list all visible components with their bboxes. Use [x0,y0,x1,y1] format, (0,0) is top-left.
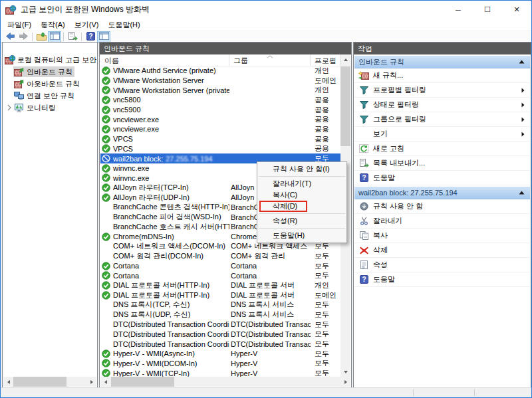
action-pane-toggle-button[interactable] [97,31,110,43]
menubar-item[interactable]: 파일(F) [3,20,36,30]
action-item[interactable]: 삭제 [354,243,530,258]
up-level-button[interactable] [35,31,48,43]
menubar-item[interactable]: 보기(V) [70,20,104,30]
action-item[interactable]: 잘라내기 [354,214,530,229]
rule-row[interactable]: Hyper-V - WMI(TCP-In)Hyper-V모두 [100,368,340,377]
check-icon [102,183,110,192]
scroll-down-icon[interactable] [340,367,350,377]
rule-row[interactable]: vnc5800공용 [100,95,340,105]
context-menu-item[interactable]: 도움말(H) [257,230,346,241]
tree-item[interactable]: 모니터링 [3,102,97,114]
column-header[interactable]: 그룹 [229,54,311,66]
rule-row[interactable]: DTC(Distributed Transaction Coordinato..… [100,339,340,349]
help-button[interactable]: ? [84,31,97,43]
tree-item[interactable]: 연결 보안 규칙 [3,90,97,102]
console-tree-toggle-button[interactable] [48,31,61,43]
rule-row[interactable]: DIAL 프로토콜 서버(HTTP-In)DIAL 프로토콜 서버도메인 [100,290,340,300]
rule-row[interactable]: Hyper-V - WMI(Async-In)Hyper-V모두 [100,349,340,359]
maximize-icon: ☐ [484,5,491,14]
action-item[interactable]: 보기 [354,127,530,142]
collapse-icon[interactable] [519,191,525,195]
action-section-header[interactable]: wail2ban block: 27.255.75.194 [354,187,530,199]
rule-row[interactable]: DNS 프록시(TCP, 수신)DNS 프록시 서비스모두 [100,300,340,310]
arrow-right-icon [19,32,29,43]
action-item[interactable]: 목록 내보내기... [354,156,530,171]
action-item[interactable]: 속성 [354,258,530,272]
rule-row[interactable]: COM+ 원격 관리(DCOM-In)COM+ 원격 관리모두 [100,251,340,261]
minimize-icon: ─ [456,6,461,14]
check-icon [102,291,110,300]
context-menu-item[interactable]: 규칙 사용 안 함(I) [257,163,346,175]
scroll-right-icon[interactable] [340,377,350,387]
no-icon [102,203,110,211]
action-item[interactable]: 그룹으로 필터링 [354,112,530,127]
action-section-header[interactable]: 인바운드 규칙 [354,56,530,68]
action-item[interactable]: 상태로 필터링 [354,98,530,112]
rule-name: Cortana [113,262,139,270]
no-icon [102,330,110,338]
action-item[interactable]: ?도움말 [354,272,530,287]
action-section-title: 인바운드 규칙 [358,57,404,67]
tree-item[interactable]: 인바운드 규칙 [3,66,97,78]
rule-row[interactable]: CortanaCortana모두 [100,261,340,271]
filter-icon [358,101,369,109]
rule-row[interactable]: CortanaCortana모두 [100,270,340,280]
submenu-arrow-icon [521,102,525,108]
column-header[interactable]: 프로필 [311,54,340,66]
check-icon [102,125,110,134]
scroll-left-icon[interactable] [3,377,13,387]
close-button[interactable]: ✕ [502,1,531,19]
rule-row[interactable]: Hyper-V - WMI(DCOM-In)Hyper-V모두 [100,359,340,369]
rule-row[interactable]: VPCS공용 [100,134,340,144]
rules-horizontal-scrollbar[interactable] [100,377,350,387]
rule-row[interactable]: VMware Workstation Server도메인 [100,76,340,86]
tree-horizontal-scrollbar[interactable] [3,377,96,387]
context-menu-item[interactable]: 속성(R) [257,215,346,227]
rule-row[interactable]: vncviewer.exe공용 [100,114,340,124]
action-item[interactable]: 새 규칙... [354,68,530,83]
action-item[interactable]: 프로필별 필터링 [354,83,530,98]
context-menu-label: 잘라내기(T) [273,179,311,187]
action-item[interactable]: 규칙 사용 안 함 [354,199,530,214]
context-menu-item[interactable]: 잘라내기(T) [257,178,346,189]
rule-name: VPCS [113,145,133,153]
menubar-item[interactable]: 도움말(H) [103,20,144,30]
scrollbar-thumb[interactable] [111,377,174,387]
tree-item[interactable]: 아웃바운드 규칙 [3,78,97,90]
rule-row[interactable]: DIAL 프로토콜 서버(HTTP-In)DIAL 프로토콜 서버개인 [100,280,340,290]
rule-row[interactable]: DTC(Distributed Transaction Coordinato..… [100,320,340,330]
minimize-button[interactable]: ─ [444,1,473,19]
scroll-left-icon[interactable] [100,377,110,387]
rule-row[interactable]: VMware Workstation Server (private)개인 [100,85,340,95]
forward-button[interactable] [17,31,30,43]
tree-root-item[interactable]: 로컬 컴퓨터의 고급 보안이 포 [3,54,97,66]
rule-row[interactable]: DNS 프록시(UDP, 수신)DNS 프록시 서비스모두 [100,310,340,320]
export-list-button[interactable] [66,31,79,43]
rule-row[interactable]: vnc5900공용 [100,105,340,115]
scroll-right-icon[interactable] [86,377,96,387]
column-header[interactable]: 이름 [100,54,229,66]
action-item-label: 보기 [373,129,388,139]
chevron-right-icon[interactable] [5,104,13,111]
scroll-up-icon[interactable] [340,54,350,64]
rule-row[interactable]: VPCS공용 [100,144,340,154]
back-button[interactable] [3,31,17,43]
rule-row[interactable]: DTC(Distributed Transaction Coordinato..… [100,330,340,340]
action-item[interactable]: ?도움말 [354,171,530,185]
check-icon [102,106,110,114]
scrollbar-thumb[interactable] [13,377,66,387]
context-menu-item[interactable]: 삭제(D) [257,201,346,212]
action-item[interactable]: 새로 고침 [354,142,530,156]
context-menu-item[interactable]: 복사(C) [257,189,346,201]
scrollbar-thumb[interactable] [340,66,350,146]
rule-row[interactable]: vncviewer.exe공용 [100,124,340,134]
menubar-item[interactable]: 동작(A) [36,20,70,30]
check-icon [102,271,110,280]
maximize-button[interactable]: ☐ [473,1,502,19]
rule-name: BranchCache 피어 검색(WSD-In) [113,212,221,222]
disable-rule-icon [358,202,369,211]
rule-row[interactable]: VMware Authd Service (private)개인 [100,66,340,76]
action-item[interactable]: 복사 [354,229,530,243]
rule-name-cell: VPCS [100,135,229,144]
collapse-icon[interactable] [519,60,525,64]
